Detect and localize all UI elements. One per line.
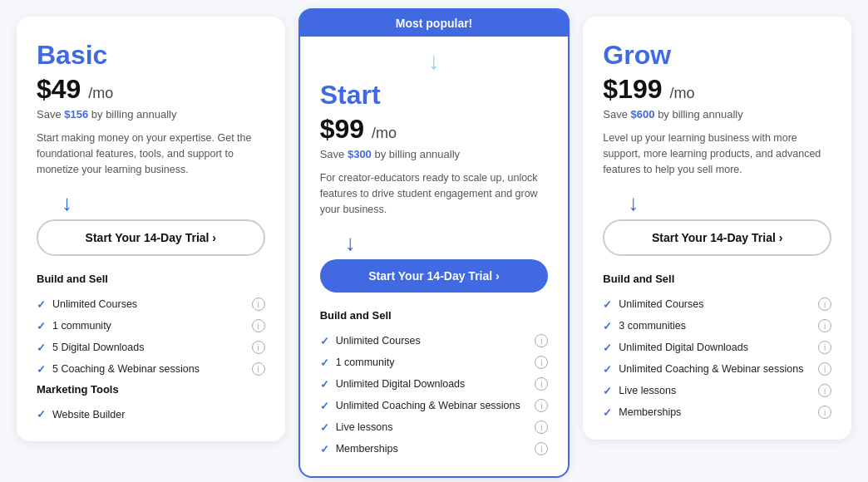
- check-icon: ✓: [320, 357, 329, 369]
- feature-text: Memberships: [619, 406, 681, 418]
- feature-list: ✓ Unlimited Courses i ✓ 3 communities i …: [603, 293, 831, 423]
- check-icon: ✓: [37, 342, 46, 354]
- feature-item: ✓ Memberships i: [320, 438, 549, 460]
- info-icon[interactable]: i: [252, 298, 265, 311]
- plan-price-grow: $199 /mo: [603, 74, 831, 105]
- info-icon[interactable]: i: [818, 384, 831, 397]
- feature-left: ✓ 5 Coaching & Webinar sessions: [37, 363, 200, 376]
- feature-left: ✓ Unlimited Courses: [320, 335, 421, 347]
- check-icon: ✓: [37, 363, 46, 376]
- plan-price-basic: $49 /mo: [37, 74, 265, 105]
- plan-price-start: $99 /mo: [320, 114, 549, 145]
- feature-text: Unlimited Digital Downloads: [336, 378, 466, 390]
- feature-left: ✓ Unlimited Coaching & Webinar sessions: [320, 400, 520, 412]
- feature-item: ✓ Unlimited Coaching & Webinar sessions …: [320, 395, 549, 416]
- check-icon: ✓: [37, 320, 46, 332]
- check-icon: ✓: [37, 408, 46, 421]
- check-icon: ✓: [603, 342, 612, 354]
- info-icon[interactable]: i: [535, 334, 548, 347]
- feature-text: 1 community: [336, 357, 395, 368]
- check-icon: ✓: [320, 378, 329, 391]
- info-icon[interactable]: i: [252, 341, 265, 354]
- info-icon[interactable]: i: [535, 356, 548, 369]
- check-icon: ✓: [320, 400, 329, 412]
- check-icon: ✓: [320, 421, 329, 434]
- feature-left: ✓ Unlimited Coaching & Webinar sessions: [603, 363, 803, 376]
- feature-left: ✓ 5 Digital Downloads: [37, 342, 144, 354]
- cta-button-basic[interactable]: Start Your 14-Day Trial: [37, 219, 265, 256]
- feature-item: ✓ Unlimited Courses i: [37, 293, 265, 315]
- plan-name-grow: Grow: [603, 40, 831, 71]
- feature-item: ✓ Memberships i: [603, 401, 831, 423]
- feature-text: Unlimited Courses: [619, 298, 703, 310]
- check-icon: ✓: [320, 443, 329, 455]
- plan-desc-basic: Start making money on your expertise. Ge…: [37, 130, 265, 177]
- feature-text: 5 Digital Downloads: [52, 342, 144, 353]
- info-icon[interactable]: i: [252, 319, 265, 332]
- plan-card-grow: Grow$199 /moSave $600 by billing annuall…: [583, 17, 851, 440]
- plan-save-start: Save $300 by billing annually: [320, 148, 549, 160]
- info-icon[interactable]: i: [818, 298, 831, 311]
- feature-text: 3 communities: [619, 320, 686, 332]
- feature-item: ✓ 1 community i: [320, 352, 549, 373]
- feature-list: ✓ Website Builder: [37, 404, 265, 425]
- section-label: Build and Sell: [603, 273, 831, 285]
- feature-text: Unlimited Digital Downloads: [619, 342, 748, 353]
- section-label: Marketing Tools: [37, 383, 265, 396]
- feature-text: Unlimited Courses: [336, 335, 421, 347]
- info-icon[interactable]: i: [252, 362, 265, 376]
- feature-left: ✓ Unlimited Courses: [603, 298, 703, 311]
- check-icon: ✓: [37, 298, 46, 311]
- feature-item: ✓ Unlimited Courses i: [603, 293, 831, 315]
- feature-item: ✓ 1 community i: [37, 315, 265, 337]
- info-icon[interactable]: i: [535, 442, 548, 455]
- cta-button-grow[interactable]: Start Your 14-Day Trial: [603, 219, 831, 256]
- feature-left: ✓ 3 communities: [603, 320, 686, 332]
- feature-list: ✓ Unlimited Courses i ✓ 1 community i ✓ …: [37, 293, 265, 380]
- feature-list: ✓ Unlimited Courses i ✓ 1 community i ✓ …: [320, 330, 549, 460]
- feature-text: Live lessons: [619, 385, 676, 396]
- info-icon[interactable]: i: [535, 377, 548, 391]
- feature-left: ✓ Unlimited Courses: [37, 298, 137, 311]
- feature-left: ✓ Memberships: [603, 406, 681, 419]
- feature-item: ✓ 3 communities i: [603, 315, 831, 337]
- feature-text: Memberships: [336, 443, 398, 455]
- plan-save-grow: Save $600 by billing annually: [603, 108, 831, 120]
- feature-text: Live lessons: [336, 421, 393, 433]
- feature-item: ✓ 5 Coaching & Webinar sessions i: [37, 358, 265, 380]
- info-icon[interactable]: i: [818, 406, 831, 419]
- plan-card-start: Most popular!↓Start$99 /moSave $300 by b…: [298, 8, 570, 478]
- feature-item: ✓ Live lessons i: [320, 416, 549, 438]
- pricing-grid: Basic$49 /moSave $156 by billing annuall…: [10, 17, 858, 478]
- feature-text: Unlimited Coaching & Webinar sessions: [619, 363, 803, 375]
- plan-desc-grow: Level up your learning business with mor…: [603, 130, 831, 177]
- info-icon[interactable]: i: [818, 341, 831, 354]
- plan-desc-start: For creator-educators ready to scale up,…: [320, 170, 549, 217]
- check-icon: ✓: [603, 363, 612, 376]
- info-icon[interactable]: i: [535, 421, 548, 434]
- arrow-blue-icon: ↓: [628, 190, 831, 216]
- check-icon: ✓: [320, 335, 329, 347]
- feature-item: ✓ 5 Digital Downloads i: [37, 337, 265, 358]
- feature-left: ✓ Unlimited Digital Downloads: [603, 342, 748, 354]
- most-popular-banner: Most popular!: [300, 10, 569, 37]
- info-icon[interactable]: i: [818, 319, 831, 332]
- feature-left: ✓ Unlimited Digital Downloads: [320, 378, 466, 391]
- check-icon: ✓: [603, 385, 612, 397]
- feature-item: ✓ Unlimited Digital Downloads i: [320, 373, 549, 395]
- plan-card-basic: Basic$49 /moSave $156 by billing annuall…: [17, 17, 285, 441]
- info-icon[interactable]: i: [818, 362, 831, 376]
- arrow-blue-icon: ↓: [62, 190, 265, 216]
- info-icon[interactable]: i: [535, 399, 548, 412]
- feature-item: ✓ Unlimited Coaching & Webinar sessions …: [603, 358, 831, 380]
- feature-left: ✓ Website Builder: [37, 408, 125, 421]
- feature-text: Unlimited Courses: [52, 298, 137, 310]
- feature-left: ✓ Memberships: [320, 443, 398, 455]
- cta-button-start[interactable]: Start Your 14-Day Trial: [320, 259, 549, 293]
- section-label: Build and Sell: [320, 309, 549, 322]
- feature-item: ✓ Unlimited Digital Downloads i: [603, 337, 831, 358]
- feature-text: 5 Coaching & Webinar sessions: [52, 363, 200, 375]
- feature-item: ✓ Unlimited Courses i: [320, 330, 549, 352]
- check-icon: ✓: [603, 406, 612, 419]
- check-icon: ✓: [603, 320, 612, 332]
